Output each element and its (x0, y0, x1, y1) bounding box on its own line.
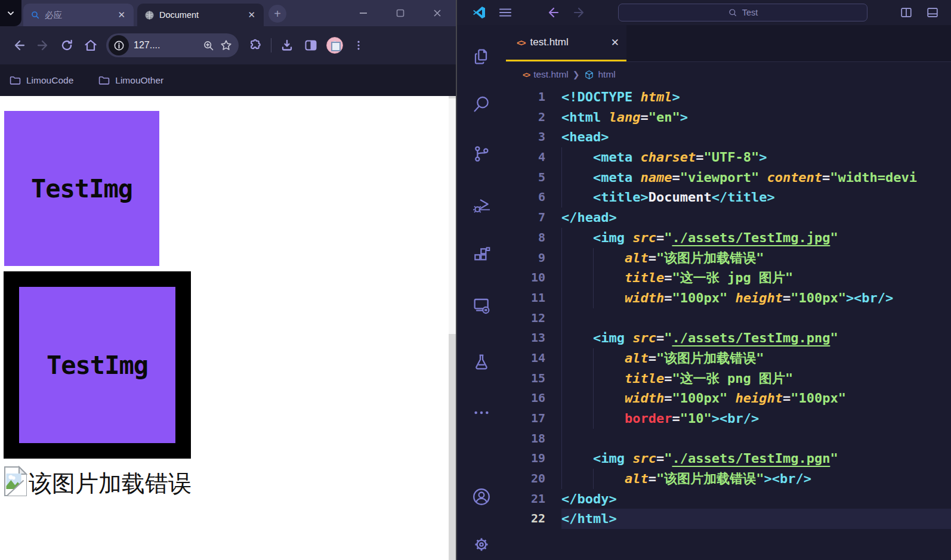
code-line-12[interactable]: 12 (506, 308, 951, 329)
refresh-button[interactable] (55, 33, 79, 57)
tab-search-button[interactable] (0, 0, 21, 26)
downloads-button[interactable] (275, 33, 299, 57)
indent-guide (561, 187, 562, 208)
code-line-20[interactable]: 20 alt="该图片加载错误"><br/> (506, 469, 951, 489)
url-bar[interactable]: 127.... (106, 33, 239, 57)
code-line-21[interactable]: 21</body> (506, 489, 951, 509)
bookmark-folder-limoucode[interactable]: LimouCode (10, 75, 73, 86)
code-line-16[interactable]: 16 width="100px" height="100px" (506, 388, 951, 409)
account-icon[interactable] (471, 487, 492, 507)
line-content (561, 429, 951, 449)
nav-back-icon[interactable] (543, 2, 563, 23)
extensions-icon[interactable] (471, 245, 492, 265)
code-area[interactable]: 1<!DOCTYPE html>2<html lang="en">3<head>… (506, 87, 951, 560)
search-icon (30, 10, 40, 20)
code-line-4[interactable]: 4 <meta charset="UTF-8"> (506, 147, 951, 168)
search-sidebar-icon[interactable] (471, 94, 492, 115)
editor-tab-testhtml[interactable]: <> test.html ✕ (506, 25, 626, 61)
site-info-icon[interactable] (109, 35, 129, 55)
browser-tab-bing[interactable]: 必应 ✕ (23, 4, 134, 26)
line-content: border="10"><br/> (561, 409, 951, 429)
new-tab-button[interactable]: + (268, 5, 286, 23)
png-test-image-border[interactable]: TestImg (4, 271, 191, 459)
breadcrumb-file[interactable]: test.html (533, 69, 569, 80)
split-editor-icon[interactable] (896, 2, 916, 23)
scrollbar-thumb[interactable] (449, 98, 456, 334)
line-content: </html> (561, 509, 951, 529)
bookmark-folder-limouother[interactable]: LimouOther (98, 75, 163, 86)
maximize-button[interactable] (382, 0, 419, 26)
code-line-13[interactable]: 13 <img src="./assets/TestImg.png" (506, 328, 951, 348)
code-line-17[interactable]: 17 border="10"><br/> (506, 409, 951, 429)
breadcrumb-node[interactable]: html (598, 69, 616, 80)
line-content: <title>Document</title> (561, 187, 951, 208)
line-number: 15 (506, 369, 545, 389)
line-content: <img src="./assets/TestImg.png" (561, 328, 951, 348)
broken-image-alt-text: 该图片加载错误 (29, 471, 192, 497)
sidebar-toggle-icon[interactable] (299, 33, 323, 57)
line-number: 6 (506, 187, 545, 208)
nav-forward-icon[interactable] (569, 2, 589, 23)
url-text: 127.... (134, 40, 197, 51)
tab-close-icon[interactable]: ✕ (115, 10, 128, 20)
explorer-icon[interactable] (471, 47, 492, 67)
menu-hamburger-icon[interactable] (495, 2, 515, 23)
indent-guide (561, 448, 562, 469)
code-line-3[interactable]: 3<head> (506, 127, 951, 147)
command-search-box[interactable]: Test (618, 4, 867, 21)
code-line-5[interactable]: 5 <meta name="viewport" content="width=d… (506, 168, 951, 188)
code-line-15[interactable]: 15 title="这一张 png 图片" (506, 369, 951, 389)
zoom-icon[interactable] (202, 39, 215, 52)
settings-gear-icon[interactable] (471, 534, 492, 555)
tab-close-icon[interactable]: ✕ (245, 10, 258, 20)
indent-guide (561, 168, 562, 188)
code-line-8[interactable]: 8 <img src="./assets/TestImg.jpg" (506, 228, 951, 248)
remote-explorer-icon[interactable] (471, 295, 492, 315)
profile-avatar[interactable] (323, 33, 347, 57)
code-line-1[interactable]: 1<!DOCTYPE html> (506, 87, 951, 107)
minimize-button[interactable] (345, 0, 382, 26)
line-number: 18 (506, 429, 545, 449)
vscode-logo-icon (469, 2, 489, 23)
more-views-icon[interactable] (471, 403, 492, 423)
source-control-icon[interactable] (471, 144, 492, 164)
code-line-22[interactable]: 22</html> (506, 509, 951, 529)
indent-guide (561, 369, 562, 389)
line-number: 14 (506, 348, 545, 369)
code-line-19[interactable]: 19 <img src="./assets/TestImg.pgn" (506, 448, 951, 469)
code-line-7[interactable]: 7</head> (506, 208, 951, 228)
line-content: <meta name="viewport" content="width=dev… (561, 168, 951, 188)
bookmark-label: LimouCode (26, 75, 73, 86)
window-controls (345, 0, 456, 26)
extensions-puzzle-icon[interactable] (243, 33, 267, 57)
jpg-test-image[interactable]: TestImg (4, 111, 159, 266)
vscode-body: <> test.html ✕ <> test.html ❯ html 1<!DO… (457, 25, 951, 560)
line-content: <img src="./assets/TestImg.pgn" (561, 448, 951, 469)
page-scrollbar[interactable] (449, 96, 456, 560)
back-button[interactable] (7, 33, 31, 57)
close-button[interactable] (419, 0, 456, 26)
browser-tab-document[interactable]: Document ✕ (137, 4, 264, 26)
code-line-11[interactable]: 11 width="100px" height="100px"><br/> (506, 288, 951, 308)
code-line-18[interactable]: 18 (506, 429, 951, 449)
bookmark-star-icon[interactable] (220, 39, 233, 52)
tab-close-icon[interactable]: ✕ (611, 36, 619, 49)
testing-flask-icon[interactable] (471, 352, 492, 372)
forward-button[interactable] (31, 33, 55, 57)
code-line-14[interactable]: 14 alt="该图片加载错误" (506, 348, 951, 369)
code-line-9[interactable]: 9 alt="该图片加载错误" (506, 248, 951, 268)
code-line-10[interactable]: 10 title="这一张 jpg 图片" (506, 268, 951, 288)
indent-guide (593, 469, 594, 489)
home-button[interactable] (79, 33, 103, 57)
code-line-2[interactable]: 2<html lang="en"> (506, 107, 951, 128)
browser-window: 必应 ✕ Document ✕ + (0, 0, 456, 560)
line-content (561, 308, 951, 329)
browser-menu-icon[interactable] (347, 33, 370, 57)
run-debug-icon[interactable] (471, 196, 492, 216)
toggle-panel-icon[interactable] (922, 2, 943, 23)
indent-guide (593, 348, 594, 369)
breadcrumb[interactable]: <> test.html ❯ html (506, 62, 951, 87)
jpg-image-text: TestImg (31, 174, 132, 203)
code-line-6[interactable]: 6 <title>Document</title> (506, 187, 951, 208)
line-content: </body> (561, 489, 951, 509)
